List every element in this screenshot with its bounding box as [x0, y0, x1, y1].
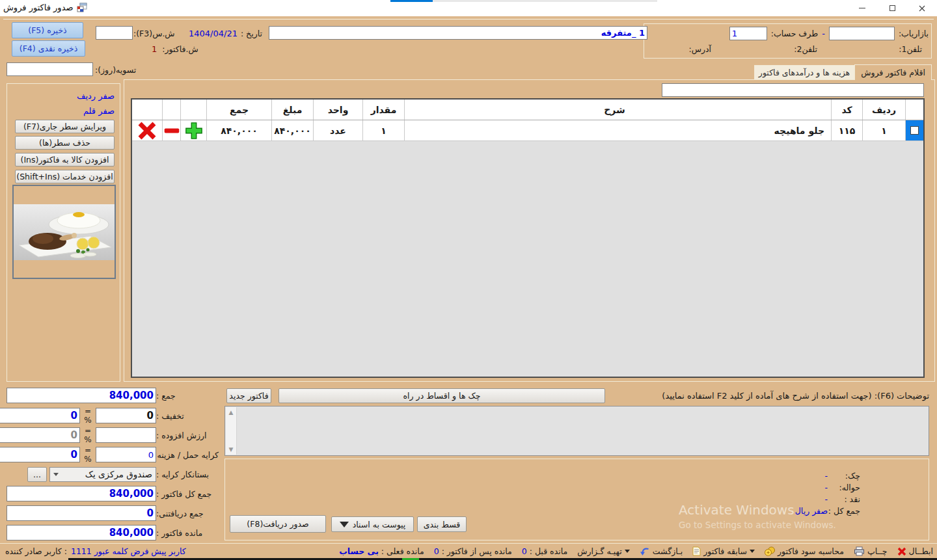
- balance-after: مانده پس از فاکتور : 0: [434, 546, 512, 556]
- new-invoice-button[interactable]: فاکتور جدید: [226, 388, 271, 403]
- phone2-label: تلفن2:: [794, 44, 817, 54]
- cancel-x-icon: [897, 547, 906, 556]
- save-cash-button[interactable]: ذخیره نقدی (F4): [12, 40, 85, 57]
- close-icon[interactable]: [907, 0, 937, 16]
- marketer-dash: -: [822, 29, 825, 38]
- grand-total-row: جمع کل فاکتور :: [7, 486, 219, 501]
- combo-arrow-icon: [50, 473, 62, 476]
- attach-button-label: پیوست به اسناد: [353, 520, 406, 529]
- transfer-value: -: [779, 483, 828, 492]
- installment-button[interactable]: قسط بندی: [417, 516, 467, 532]
- maximize-icon[interactable]: [877, 0, 907, 16]
- receivable-label: جمع دریافتنی:: [156, 509, 219, 518]
- receivable-input[interactable]: [7, 505, 156, 521]
- minimize-icon[interactable]: [847, 0, 877, 16]
- tab-invoice-costs[interactable]: هزینه ها و درآمدهای فاکتور: [754, 65, 854, 79]
- discount-value-input[interactable]: [0, 408, 80, 423]
- window-title: صدور فاکتور فروش: [3, 3, 74, 12]
- delete-rows-button[interactable]: حذف سطر(ها): [15, 136, 115, 150]
- statusbar-report[interactable]: تهیـه گـزارش: [577, 546, 630, 556]
- issue-receipt-button[interactable]: صدور دریافت(F8): [230, 515, 326, 533]
- table-row[interactable]: ۱ ۱۱۵ جلو ماهیچه ۱ عدد ۸۴۰,۰۰۰ ۸۴۰,۰۰۰: [132, 120, 923, 141]
- freight-creditor-combo[interactable]: صندوق مرکزی یک: [49, 467, 156, 482]
- grid-header-price[interactable]: مبلغ: [271, 100, 313, 120]
- cash-value: -: [779, 494, 828, 504]
- grid-header-delete: [132, 100, 162, 120]
- checks-installments-button[interactable]: چک ها و اقساط در راه: [278, 388, 605, 403]
- vat-value-input[interactable]: [0, 427, 80, 443]
- grid-header-description[interactable]: شرح: [404, 100, 831, 120]
- freight-value-input[interactable]: [0, 447, 80, 462]
- save-button[interactable]: ذخیره (F5): [12, 22, 83, 38]
- check-row: چک: -: [779, 470, 860, 481]
- invoice-history-icon: [692, 546, 701, 556]
- phone1-label: تلفن1:: [899, 44, 922, 54]
- statusbar-cancel[interactable]: ابطــال: [897, 546, 933, 556]
- statusbar-history[interactable]: سابقه فاکتور: [692, 546, 755, 556]
- cell-quantity: ۱: [362, 120, 404, 140]
- browse-button[interactable]: ...: [27, 467, 47, 482]
- grid-header-quantity[interactable]: مقدار: [362, 100, 404, 120]
- settlement-input[interactable]: [7, 62, 93, 76]
- issuer-user-info: کاربر صادر کننده : کاربر پیش فرض کلمه عب…: [5, 544, 186, 559]
- marketer-input[interactable]: [829, 27, 895, 40]
- scroll-down-icon[interactable]: ▼: [226, 444, 236, 455]
- balance-current: مانده فعلی : بی حساب: [339, 546, 424, 556]
- serial-label: ش.س(F3):: [133, 29, 175, 38]
- cell-code: ۱۱۵: [831, 120, 862, 140]
- grand-total-input[interactable]: [7, 486, 156, 501]
- freight-percent-input[interactable]: [96, 447, 156, 462]
- account-code-input[interactable]: [729, 27, 767, 40]
- delete-row-x-icon[interactable]: [132, 120, 162, 140]
- cell-description: جلو ماهیچه: [404, 120, 831, 140]
- invoice-balance-label: مانده فاکتور :: [156, 528, 219, 538]
- grid-header-remove: [162, 100, 180, 120]
- cash-label: نقد :: [828, 494, 860, 504]
- freight-creditor-row: بستانکار کرایه : صندوق مرکزی یک ...: [7, 466, 219, 482]
- scroll-up-icon[interactable]: ▲: [226, 407, 236, 418]
- grid-header-total[interactable]: جمع: [206, 100, 271, 120]
- vat-row: ارزش افزوده : = %: [7, 427, 219, 443]
- row-select-checkbox[interactable]: [905, 120, 923, 140]
- balance-after-label: مانده پس از فاکتور :: [442, 546, 512, 556]
- remove-row-icon[interactable]: [162, 120, 180, 140]
- grid-header-code[interactable]: کد: [831, 100, 862, 120]
- cell-unit: عدد: [313, 120, 362, 140]
- balance-before-label: مانده قبل :: [530, 546, 567, 556]
- item-search-input[interactable]: [662, 83, 924, 97]
- serial-input[interactable]: [96, 26, 133, 40]
- grid-header-radif[interactable]: ردیف: [862, 100, 905, 120]
- issuer-user-value: کاربر پیش فرض کلمه عبور 1111: [71, 546, 186, 556]
- add-row-icon[interactable]: [180, 120, 206, 140]
- add-goods-button[interactable]: افزودن کالا به فاکتور(Ins): [15, 153, 115, 167]
- statusbar-print[interactable]: چــاپ: [854, 546, 888, 556]
- statusbar-back[interactable]: بـازگشت: [640, 546, 683, 556]
- payment-total-label: جمع کل :: [828, 506, 860, 516]
- invoice-no-value: 1: [152, 44, 157, 54]
- zero-row-link[interactable]: صفر ردیف: [77, 91, 115, 101]
- discount-percent-input[interactable]: [96, 408, 156, 423]
- grid-header-unit[interactable]: واحد: [313, 100, 362, 120]
- notes-scrollbar[interactable]: ▲ ▼: [226, 407, 237, 455]
- cash-row: نقد : -: [779, 493, 860, 505]
- vat-percent-input[interactable]: [96, 427, 156, 443]
- sum-input[interactable]: [7, 388, 156, 403]
- notes-textarea[interactable]: ▲ ▼: [224, 406, 929, 456]
- statusbar-profit[interactable]: محاسبه سود فاکتور: [765, 546, 844, 556]
- printer-icon: [854, 546, 865, 556]
- cell-price: ۸۴۰,۰۰۰: [271, 120, 313, 140]
- edit-row-button[interactable]: ویرایش سطر جاری(F7): [15, 120, 115, 133]
- check-label: چک:: [828, 471, 860, 481]
- invoice-balance-input[interactable]: [7, 525, 156, 540]
- cell-radif: ۱: [862, 120, 905, 140]
- items-panel: ردیف کد شرح مقدار واحد مبلغ جمع ۱ ۱۱۵ جل…: [124, 79, 935, 382]
- account-name-input[interactable]: [269, 26, 647, 40]
- attach-documents-button[interactable]: پیوست به اسناد: [331, 516, 414, 532]
- tab-invoice-items[interactable]: اقلام فاکتور فروش: [854, 64, 932, 80]
- date-label: تاریخ :: [241, 29, 262, 38]
- settlement-label: تسویه(روز):: [95, 65, 136, 75]
- zero-item-link[interactable]: صفر قلم: [83, 106, 115, 116]
- add-services-button[interactable]: افزودن خدمات (Shift+Ins): [15, 170, 115, 183]
- food-image: [14, 204, 115, 260]
- taskbar-sliver-blue: [390, 0, 433, 2]
